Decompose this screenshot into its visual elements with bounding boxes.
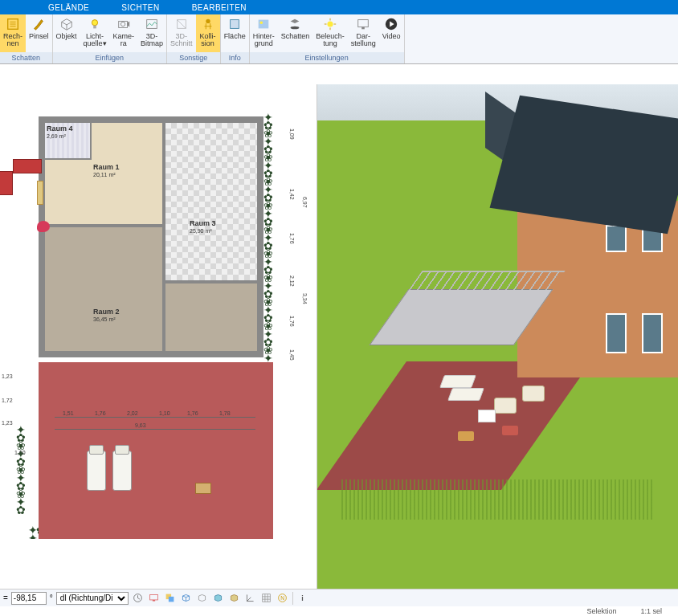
- svg-text:N: N: [280, 595, 284, 601]
- dim-label: 1,72: [2, 398, 13, 403]
- lounger-icon[interactable]: [112, 451, 132, 491]
- ribbon-group-sonstige: 3D- Schnitt Kolli- sion Sonstige: [167, 14, 221, 63]
- ottoman-3d-icon[interactable]: [458, 431, 474, 441]
- room-area: 20,11 m²: [93, 172, 116, 177]
- beleuchtung-button[interactable]: Beleuch- tung: [312, 14, 348, 52]
- workspace: ✦✿❀✦✿❀✦✿❀✦✿❀✦✿❀✦✿❀✦✿❀✦✿❀✦✿❀✦✿❀✦✿❀✦✿❀✦✿ ✦…: [0, 84, 678, 592]
- ribbon-group-schatten: Rech- nen Pinsel Schatten: [0, 14, 53, 63]
- texture-icon[interactable]: [228, 592, 241, 605]
- axes-icon[interactable]: [244, 592, 257, 605]
- background-icon: [255, 16, 272, 32]
- chair-3d-icon[interactable]: [494, 398, 517, 414]
- dim-label: 2,12: [289, 275, 295, 287]
- svg-rect-18: [358, 20, 369, 27]
- history-icon[interactable]: [132, 592, 145, 605]
- room-name: Raum 1: [93, 163, 161, 171]
- shelf-icon[interactable]: [37, 181, 43, 205]
- grid-icon[interactable]: [260, 592, 273, 605]
- layers-icon[interactable]: [164, 592, 177, 605]
- pinsel-button[interactable]: Pinsel: [26, 14, 52, 52]
- window-icon: [606, 225, 627, 252]
- hintergrund-button[interactable]: Hinter- grund: [250, 14, 278, 52]
- 3d-view[interactable]: [317, 84, 678, 592]
- lounger-3d-icon[interactable]: [439, 375, 476, 388]
- floorplan-view[interactable]: ✦✿❀✦✿❀✦✿❀✦✿❀✦✿❀✦✿❀✦✿❀✦✿❀✦✿❀✦✿❀✦✿❀✦✿❀✦✿ ✦…: [0, 84, 317, 592]
- terrace-2d[interactable]: 1,51 1,76 2,02 1,10 1,76 1,78 9,63: [39, 362, 273, 539]
- svg-rect-19: [361, 27, 365, 30]
- dim-line: [55, 417, 255, 418]
- kollision-button[interactable]: Kolli- sion: [196, 14, 220, 52]
- lichtquelle-button[interactable]: Licht- quelle▾: [80, 14, 110, 52]
- info-icon[interactable]: i: [296, 592, 309, 605]
- rechnen-button[interactable]: Rech- nen: [0, 14, 26, 52]
- room-name: Raum 3: [190, 219, 255, 227]
- room-2[interactable]: Raum 2 36,45 m²: [43, 226, 164, 353]
- ottoman-3d-icon[interactable]: [502, 426, 518, 435]
- svg-point-11: [260, 21, 263, 24]
- room-area: 2,69 m²: [47, 133, 66, 139]
- room-area: 36,45 m²: [93, 316, 116, 322]
- kamera-button[interactable]: Kame- ra: [110, 14, 138, 52]
- status-bar: Selektion 1:1 sel: [0, 606, 678, 616]
- group-label: Sonstige: [167, 52, 220, 63]
- svg-point-4: [92, 20, 97, 26]
- button-label: Licht- quelle▾: [84, 33, 107, 47]
- room-4[interactable]: Raum 4 2,69 m²: [43, 121, 92, 160]
- button-label: Objekt: [56, 33, 77, 40]
- dim-label: 1,10: [159, 410, 170, 416]
- button-label: Dar- stellung: [351, 33, 376, 47]
- north-icon[interactable]: N: [276, 592, 289, 605]
- wireframe-icon[interactable]: [196, 592, 209, 605]
- table-3d-icon[interactable]: [478, 410, 496, 422]
- room-3[interactable]: Raum 3 25,90 m²: [164, 121, 259, 282]
- lounger-icon[interactable]: [87, 451, 106, 491]
- cube-icon[interactable]: [180, 592, 193, 605]
- svg-point-13: [327, 21, 333, 27]
- brush-icon: [31, 16, 47, 32]
- table-icon[interactable]: [195, 483, 211, 494]
- flaeche-button[interactable]: Fläche: [221, 14, 249, 52]
- lounger-3d-icon[interactable]: [447, 388, 484, 401]
- ribbon-group-einstellungen: Hinter- grund Schatten Beleuch- tung Dar…: [250, 14, 405, 63]
- button-label: 3D- Bitmap: [141, 33, 163, 47]
- button-label: Pinsel: [29, 33, 49, 40]
- camera-icon: [116, 16, 132, 32]
- menu-gelaende[interactable]: GELÄNDE: [48, 3, 89, 12]
- room-area: 25,90 m²: [190, 228, 212, 234]
- sofa-icon[interactable]: [0, 171, 13, 195]
- bottom-toolbar: = ° dl (Richtung/Di N i: [0, 589, 678, 606]
- chair-3d-icon[interactable]: [522, 386, 545, 402]
- schnitt3d-button[interactable]: 3D- Schnitt: [167, 14, 196, 52]
- direction-select[interactable]: dl (Richtung/Di: [56, 592, 129, 605]
- menu-bearbeiten[interactable]: BEARBEITEN: [192, 3, 247, 12]
- window-icon: [642, 313, 663, 353]
- screen-icon[interactable]: [148, 592, 161, 605]
- angle-input[interactable]: [11, 592, 47, 605]
- shadow-icon: [287, 16, 303, 32]
- dim-label: 2,02: [127, 410, 138, 416]
- solid-icon[interactable]: [212, 592, 225, 605]
- menu-bar: GELÄNDE SICHTEN BEARBEITEN: [0, 0, 678, 14]
- bitmap-icon: [144, 16, 160, 32]
- darstellung-button[interactable]: Dar- stellung: [348, 14, 379, 52]
- button-label: Rech- nen: [3, 33, 22, 47]
- dim-label: 1,76: [289, 233, 295, 244]
- calculate-icon: [5, 16, 21, 32]
- dim-label: 1,45: [289, 349, 295, 361]
- svg-point-12: [291, 27, 300, 30]
- group-label: Info: [221, 52, 249, 63]
- dim-label: 1,76: [187, 410, 198, 416]
- plan-outer: Raum 1 20,11 m² Raum 4 2,69 m² Raum 3 25…: [24, 108, 281, 534]
- sofa-icon[interactable]: [13, 159, 42, 173]
- grass-3d: [341, 479, 654, 520]
- objekt-button[interactable]: Objekt: [53, 14, 80, 52]
- beanbag-icon[interactable]: [37, 221, 50, 232]
- svg-text:i: i: [302, 594, 304, 602]
- group-label: Schatten: [0, 52, 52, 63]
- video-button[interactable]: Video: [379, 14, 404, 52]
- room-lower[interactable]: [164, 282, 259, 353]
- menu-sichten[interactable]: SICHTEN: [121, 3, 159, 12]
- schatten-settings-button[interactable]: Schatten: [278, 14, 313, 52]
- bitmap3d-button[interactable]: 3D- Bitmap: [137, 14, 166, 52]
- svg-point-6: [120, 22, 125, 26]
